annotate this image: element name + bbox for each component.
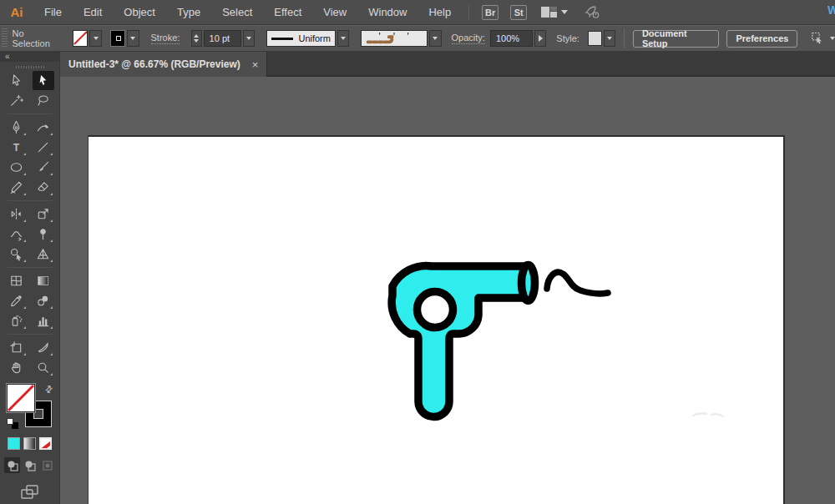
canvas-pasteboard[interactable] bbox=[60, 77, 835, 504]
panel-grip-handle[interactable] bbox=[2, 28, 8, 48]
illustrator-logo: Ai bbox=[0, 5, 33, 19]
width-tool[interactable] bbox=[6, 224, 28, 244]
gradient-swatch-button[interactable] bbox=[23, 437, 36, 450]
stock-button[interactable]: St bbox=[510, 5, 527, 20]
slice-tool[interactable] bbox=[33, 338, 54, 357]
menu-window[interactable]: Window bbox=[357, 0, 418, 24]
menu-edit[interactable]: Edit bbox=[73, 0, 113, 24]
direct-selection-arrow-icon bbox=[36, 73, 50, 88]
brush-definition-select[interactable] bbox=[361, 30, 428, 47]
gpu-performance-icon[interactable] bbox=[583, 4, 601, 21]
perspective-grid-icon bbox=[36, 247, 50, 261]
eraser-tool[interactable] bbox=[33, 178, 54, 197]
style-swatch[interactable] bbox=[588, 31, 602, 46]
stroke-weight-stepper[interactable] bbox=[191, 30, 201, 47]
fill-dropdown-button[interactable] bbox=[89, 30, 101, 47]
fill-none-swatch[interactable] bbox=[73, 30, 89, 47]
pen-tool[interactable] bbox=[6, 118, 28, 137]
artboard-tool[interactable] bbox=[6, 338, 28, 357]
width-profile-select[interactable]: Uniform bbox=[266, 30, 336, 47]
bridge-button[interactable]: Br bbox=[482, 5, 498, 20]
screen-mode-button[interactable] bbox=[0, 483, 59, 501]
stroke-color-swatch[interactable] bbox=[110, 30, 126, 47]
magic-wand-tool[interactable] bbox=[6, 91, 28, 110]
color-swatch-button[interactable] bbox=[8, 437, 20, 450]
lasso-icon bbox=[36, 93, 50, 108]
line-segment-tool[interactable] bbox=[33, 138, 54, 157]
default-fill-stroke-icon[interactable] bbox=[7, 418, 18, 429]
tab-close-icon[interactable]: × bbox=[252, 58, 259, 71]
workspace-switcher-icon[interactable] bbox=[541, 7, 557, 18]
shaper-tool[interactable] bbox=[6, 178, 28, 197]
select-similar-icon[interactable] bbox=[810, 30, 826, 47]
eyedropper-tool[interactable] bbox=[6, 291, 28, 310]
control-bar: No Selection Stroke: 10 pt Uniform Opaci… bbox=[0, 25, 835, 52]
menu-help[interactable]: Help bbox=[418, 0, 462, 24]
menu-type[interactable]: Type bbox=[166, 0, 211, 24]
menu-effect[interactable]: Effect bbox=[263, 0, 312, 24]
column-graph-tool[interactable] bbox=[33, 311, 54, 330]
toolbar-drag-handle[interactable] bbox=[16, 66, 44, 68]
perspective-grid-tool[interactable] bbox=[33, 244, 54, 264]
free-transform-icon bbox=[36, 207, 50, 221]
symbol-sprayer-icon bbox=[9, 314, 23, 328]
menu-select[interactable]: Select bbox=[211, 0, 263, 24]
puppet-warp-tool[interactable] bbox=[33, 224, 54, 244]
eraser-icon bbox=[36, 180, 50, 194]
opacity-label[interactable]: Opacity: bbox=[452, 33, 485, 44]
stroke-weight-dropdown-button[interactable] bbox=[243, 30, 255, 47]
draw-inside-button[interactable] bbox=[39, 457, 55, 473]
ellipse-tool[interactable] bbox=[6, 158, 28, 177]
stroke-dropdown-button[interactable] bbox=[127, 30, 139, 47]
workspace-chevron-icon[interactable] bbox=[561, 10, 568, 14]
curvature-icon bbox=[36, 120, 50, 134]
menu-object[interactable]: Object bbox=[113, 0, 166, 24]
style-dropdown-button[interactable] bbox=[604, 30, 615, 47]
menu-view[interactable]: View bbox=[312, 0, 357, 24]
magic-wand-icon bbox=[9, 93, 23, 108]
hair-dryer-vent-hole[interactable] bbox=[418, 292, 453, 328]
document-setup-button[interactable]: Document Setup bbox=[633, 30, 720, 48]
preferences-button[interactable]: Preferences bbox=[726, 30, 797, 48]
free-transform-tool[interactable] bbox=[33, 204, 54, 224]
menu-items: File Edit Object Type Select Effect View… bbox=[33, 0, 462, 24]
draw-normal-button[interactable] bbox=[4, 457, 20, 473]
hair-dryer-nozzle[interactable] bbox=[522, 265, 535, 301]
swap-fill-stroke-icon[interactable]: ⇄ bbox=[43, 383, 56, 396]
fill-indicator-swatch[interactable] bbox=[7, 384, 35, 412]
menu-file[interactable]: File bbox=[33, 0, 73, 24]
hair-dryer-body[interactable] bbox=[392, 266, 528, 417]
drawing-modes-row bbox=[0, 457, 59, 473]
cord-squiggle[interactable] bbox=[547, 272, 608, 294]
menu-bar: Ai File Edit Object Type Select Effect V… bbox=[0, 0, 835, 25]
draw-behind-button[interactable] bbox=[22, 457, 38, 473]
reflect-tool[interactable] bbox=[6, 204, 28, 224]
stroke-label[interactable]: Stroke: bbox=[151, 33, 180, 44]
shaper-pencil-icon bbox=[9, 180, 23, 194]
shape-builder-tool[interactable] bbox=[6, 244, 28, 264]
line-segment-icon bbox=[36, 140, 50, 154]
opacity-field[interactable]: 100% bbox=[490, 30, 533, 47]
width-profile-dropdown-button[interactable] bbox=[337, 30, 349, 47]
toolbar-collapse-icon[interactable]: « bbox=[0, 52, 59, 62]
mesh-tool[interactable] bbox=[6, 271, 28, 290]
blend-tool[interactable] bbox=[33, 291, 54, 310]
document-tab[interactable]: Untitled-3* @ 66.67% (RGB/Preview) × bbox=[60, 52, 267, 77]
hair-dryer-artwork[interactable] bbox=[60, 77, 835, 504]
selection-tool[interactable] bbox=[6, 71, 28, 90]
none-swatch-button[interactable] bbox=[39, 437, 52, 450]
lasso-tool[interactable] bbox=[33, 91, 54, 110]
direct-selection-tool[interactable] bbox=[33, 71, 54, 90]
stroke-weight-field[interactable]: 10 pt bbox=[204, 30, 242, 47]
document-tab-title: Untitled-3* @ 66.67% (RGB/Preview) bbox=[68, 58, 240, 70]
select-similar-chevron-icon[interactable] bbox=[830, 37, 835, 40]
zoom-tool[interactable] bbox=[33, 358, 54, 377]
hand-tool[interactable] bbox=[6, 358, 28, 377]
brush-dropdown-button[interactable] bbox=[429, 30, 441, 47]
opacity-popup-button[interactable] bbox=[534, 30, 546, 47]
symbol-sprayer-tool[interactable] bbox=[6, 311, 28, 330]
curvature-tool[interactable] bbox=[33, 118, 54, 137]
gradient-tool[interactable] bbox=[33, 271, 54, 290]
type-tool[interactable]: T bbox=[6, 138, 28, 157]
paintbrush-tool[interactable] bbox=[33, 158, 54, 177]
